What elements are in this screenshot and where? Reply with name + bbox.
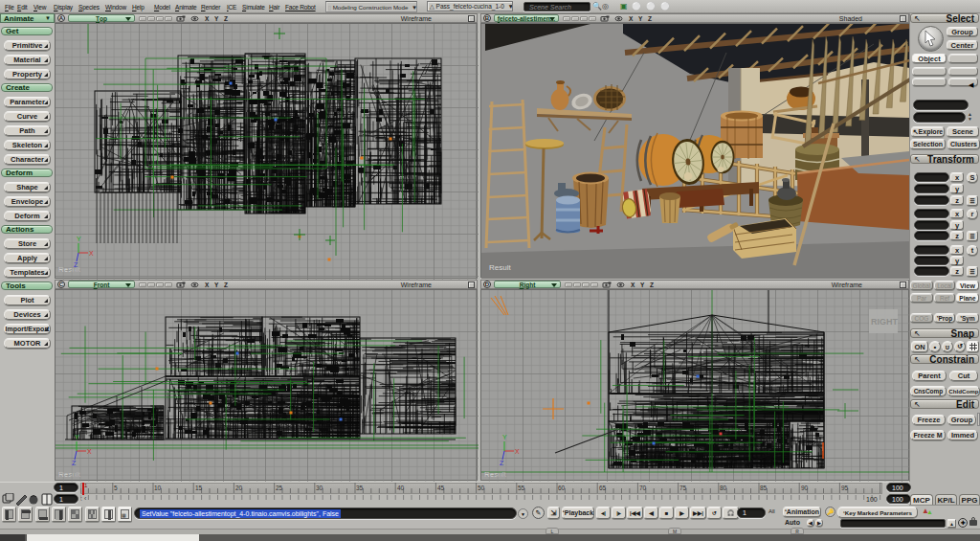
svg-text:Y: Y [502,434,507,440]
svg-text:Result: Result [484,470,506,479]
svg-text:75: 75 [679,485,687,491]
svg-text:70: 70 [639,485,647,491]
svg-text:X: X [87,448,92,455]
svg-text:30: 30 [316,485,323,491]
svg-text:65: 65 [599,485,607,491]
svg-text:80: 80 [720,485,727,491]
svg-text:45: 45 [437,485,445,491]
svg-text:Z: Z [500,460,504,466]
svg-text:15: 15 [195,485,203,491]
svg-text:Result: Result [58,265,80,274]
svg-text:Y: Y [75,434,79,440]
svg-text:25: 25 [276,485,283,491]
svg-text:Result: Result [489,263,511,272]
svg-text:10: 10 [154,485,162,491]
svg-text:50: 50 [478,485,485,491]
svg-text:Y: Y [77,236,81,242]
svg-text:35: 35 [356,485,364,491]
svg-text:55: 55 [518,485,525,491]
svg-text:Result: Result [58,470,80,479]
svg-text:5: 5 [114,485,118,491]
svg-text:90: 90 [801,485,809,491]
svg-text:X: X [515,448,520,455]
svg-text:X: X [89,250,94,257]
svg-text:RIGHT: RIGHT [871,317,899,327]
svg-text:60: 60 [558,485,566,491]
svg-text:Z: Z [72,460,77,466]
svg-text:85: 85 [760,485,768,491]
svg-text:20: 20 [235,485,243,491]
svg-text:95: 95 [841,485,849,491]
svg-text:40: 40 [397,485,405,491]
